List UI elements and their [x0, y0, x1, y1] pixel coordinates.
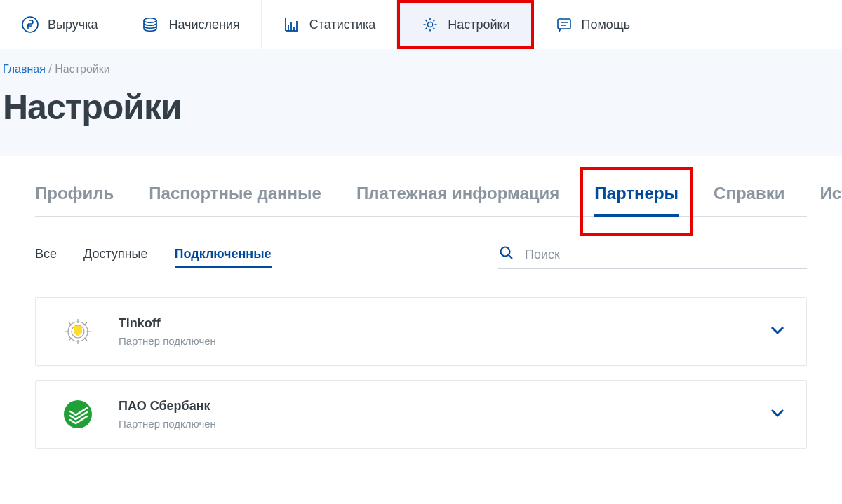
settings-tabs: Профиль Паспортные данные Платежная инфо… [35, 177, 807, 217]
partner-status: Партнер подключен [119, 335, 770, 347]
header-area: Главная / Настройки Настройки [0, 49, 842, 156]
tinkoff-logo-icon [57, 311, 99, 353]
partner-status: Партнер подключен [119, 418, 770, 430]
chat-icon [555, 15, 573, 34]
tab-payment[interactable]: Платежная информация [356, 177, 559, 216]
partner-card[interactable]: ПАО Сбербанк Партнер подключен [35, 380, 807, 449]
filter-connected[interactable]: Подключенные [175, 247, 272, 267]
tabs-wrap: Профиль Паспортные данные Платежная инфо… [0, 156, 842, 217]
tab-profile[interactable]: Профиль [35, 177, 114, 216]
svg-point-2 [428, 22, 433, 27]
sberbank-logo-icon [57, 393, 99, 435]
tab-history[interactable]: История [820, 177, 842, 216]
svg-point-1 [144, 18, 156, 22]
svg-point-4 [501, 247, 510, 257]
coins-icon [140, 15, 160, 34]
search-input[interactable] [525, 247, 807, 262]
svg-rect-3 [558, 19, 570, 29]
search-wrap [498, 245, 807, 269]
ruble-icon [21, 15, 39, 34]
breadcrumb: Главная / Настройки [3, 63, 839, 76]
filter-available[interactable]: Доступные [83, 247, 148, 267]
partner-name: Tinkoff [119, 316, 770, 331]
nav-revenue[interactable]: Выручка [0, 0, 119, 49]
top-nav: Выручка Начисления Статистика [0, 0, 842, 49]
breadcrumb-home[interactable]: Главная [3, 63, 46, 75]
gear-icon [421, 15, 439, 34]
breadcrumb-sep: / [48, 63, 55, 75]
filter-all[interactable]: Все [35, 247, 57, 267]
breadcrumb-current: Настройки [55, 63, 109, 75]
nav-help[interactable]: Помощь [534, 0, 652, 49]
card-info: Tinkoff Партнер подключен [119, 316, 770, 347]
partner-name: ПАО Сбербанк [119, 399, 770, 414]
bar-chart-icon [283, 15, 301, 34]
tab-passport[interactable]: Паспортные данные [149, 177, 321, 216]
chevron-down-icon [770, 408, 785, 421]
nav-help-label: Помощь [582, 18, 631, 32]
nav-accruals[interactable]: Начисления [119, 0, 261, 49]
nav-settings-label: Настройки [448, 18, 509, 32]
partner-list: Tinkoff Партнер подключен ПАО Сбербанк П… [0, 276, 842, 470]
partner-card[interactable]: Tinkoff Партнер подключен [35, 297, 807, 366]
chevron-down-icon [770, 325, 785, 338]
nav-accruals-label: Начисления [168, 18, 239, 32]
page-title: Настройки [3, 87, 839, 128]
search-icon [498, 245, 515, 264]
tab-partners[interactable]: Партнеры [594, 177, 679, 216]
filter-row: Все Доступные Подключенные [0, 217, 842, 276]
nav-revenue-label: Выручка [48, 18, 98, 32]
nav-stats-label: Статистика [309, 18, 376, 32]
tab-docs[interactable]: Справки [714, 177, 784, 216]
nav-settings[interactable]: Настройки [397, 0, 533, 49]
svg-point-0 [22, 17, 38, 32]
nav-stats[interactable]: Статистика [262, 0, 398, 49]
card-info: ПАО Сбербанк Партнер подключен [119, 399, 770, 430]
